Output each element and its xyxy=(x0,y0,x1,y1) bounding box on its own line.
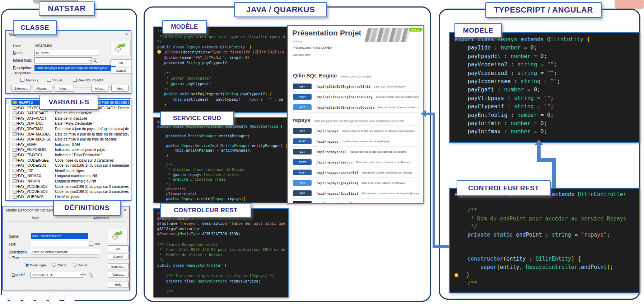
variable-row[interactable]: PAY_DDATMAJDate mise à jour du pays : il… xyxy=(6,126,130,132)
typedef-dropdown[interactable]: ZZDADATETD▾ xyxy=(31,272,83,278)
ref-to-radio[interactable]: Ref to xyxy=(52,263,66,267)
endpoint-description: Récupération de la liste des instances d… xyxy=(350,151,407,153)
help-button[interactable]: Help xyxy=(111,85,129,92)
endpoint-row[interactable]: PUT/api/repays/{payIide}Mise à jour d'un… xyxy=(291,178,419,188)
variable-row[interactable]: PAY_ENIFOBLIGIndicateur code nif pour le… xyxy=(6,147,130,152)
externs-button[interactable]: Externs... xyxy=(108,263,129,270)
variable-description: Libellé du pays xyxy=(55,195,129,199)
variable-row[interactable]: PAY_DDATMAJFISCDate de mise à jour du ty… xyxy=(6,137,130,142)
code-line: */ xyxy=(157,86,287,92)
variable-icon xyxy=(13,179,17,183)
code-line xyxy=(157,284,288,289)
cancel-button[interactable]: Cancel xyxy=(108,253,129,260)
variable-row[interactable]: PAY_DDATDCLDate " Pays Déclarable " xyxy=(6,121,130,126)
variable-row[interactable]: PAY_EPAYDCLIndicateur " Pays Déclarable … xyxy=(6,152,130,158)
variable-row[interactable]: PAY_DDATMAJDECDate de mise à jour de la … xyxy=(6,132,130,137)
tab-additional[interactable]: Additional xyxy=(93,216,109,220)
arrow-to-swagger-head xyxy=(421,110,426,117)
swagger-section-header[interactable]: repaysTable des pays ainsi que leur type… xyxy=(291,115,419,126)
endpoint-row[interactable]: POST/api/repaysCréation d'une instance d… xyxy=(291,136,419,147)
variable-description: Code Iso (iso3166-3) du pays sur 3 carac… xyxy=(55,190,129,194)
help-button[interactable]: Help xyxy=(108,281,129,288)
variable-row[interactable]: PAY_DATFINACTDate de fin d'activité xyxy=(6,116,130,121)
infos-button[interactable]: Infos... xyxy=(91,85,108,92)
swagger-contact-link[interactable]: Contact Test xyxy=(293,53,311,57)
basic-type-radio-label: Basic type xyxy=(30,263,46,267)
variable-name: PAY_EGAFI xyxy=(18,143,37,147)
variable-description: Indicateur " Pays Déclarable " xyxy=(55,153,129,157)
uses-button[interactable]: Uses... xyxy=(55,85,74,92)
code-line: */ xyxy=(157,39,287,44)
name-label: Name: xyxy=(13,51,23,55)
variable-row[interactable]: PAY_INIFMINLongueur minimale du Nif xyxy=(6,179,130,184)
gen-ns-class-checkbox[interactable]: Gen NS_CLASS xyxy=(73,78,103,82)
variable-row[interactable]: PAY_DATDEBACTDate de début d'activité xyxy=(6,110,130,116)
endpoint-row[interactable]: POST/api/repays/searchSqlRecherche 'sql … xyxy=(291,167,419,178)
openapi-link[interactable]: /openapi xyxy=(293,40,302,43)
variable-row[interactable]: PAY_INIFMAXLongueur maximale du Nif xyxy=(6,173,130,179)
code-line: } xyxy=(157,102,287,107)
code-line: private static endPoint : string = "repa… xyxy=(454,231,639,239)
variable-row[interactable]: PAY_VLIBPAYSLibellé du pays xyxy=(6,194,130,200)
endpoint-row[interactable]: GET/api/repays/allRécupération de la lis… xyxy=(291,147,419,157)
text-field[interactable] xyxy=(31,241,88,247)
endpoint-description: Création d'une instance de classe [Repay… xyxy=(342,140,391,143)
name-field[interactable]: REPAYS xyxy=(34,50,99,56)
endpoint-row[interactable]: POST/api/qilinSqlEngine/sqlQueryExecute … xyxy=(291,92,419,102)
endpoint-description: Récupération d'une instance spécifique d… xyxy=(362,192,419,195)
endpoint-row[interactable]: PUT/api/qilinSqlEngine/sqlUpdateExecute … xyxy=(291,102,419,113)
variable-row[interactable]: PAY_ICODEINSEECode Insee du pays sur 3 c… xyxy=(6,158,130,163)
search-icon[interactable] xyxy=(89,273,92,276)
placeholder-image-icon xyxy=(36,295,47,304)
endpoint-row[interactable]: GET/api/repays/{payIide}Récupération d'u… xyxy=(291,188,419,199)
endpoint-path: /api/qilinSqlEngine/sqlQuery xyxy=(316,95,373,99)
code-line: payIcodeinsee : string = ""; xyxy=(454,77,639,86)
memory-checkbox[interactable]: Memory xyxy=(20,78,38,82)
ts-model-code-panel: export class Repays extends QilinEntity … xyxy=(449,32,640,143)
aliases-button[interactable]: Aliases... xyxy=(108,271,129,278)
description-field[interactable]: Date de début d'activité xyxy=(31,249,100,255)
inherit-from-dropdown[interactable]: ▾ xyxy=(34,57,92,63)
aliases-button[interactable]: Aliases... xyxy=(33,85,52,92)
set-of-radio[interactable]: Set of xyxy=(73,263,87,267)
swagger-title: Présentation Projet xyxy=(292,29,361,37)
variable-name: PAY_ICODEINSEE xyxy=(18,158,49,162)
tab-divider xyxy=(6,222,126,222)
checkbox-icon xyxy=(47,78,51,82)
user-label: User: xyxy=(13,44,22,48)
null-checkbox[interactable]: Null xyxy=(89,242,100,246)
radio-icon xyxy=(52,263,56,267)
variable-row[interactable]: PAY_ICODEISO1Code Iso (iso3166-1) du pay… xyxy=(6,163,130,168)
code-line xyxy=(157,237,288,242)
variable-row[interactable]: PAY_VCODEISO3Code Iso (iso3166-3) du pay… xyxy=(6,189,130,194)
externs-button[interactable]: Externs... xyxy=(11,85,31,92)
variable-row[interactable]: PAY_VCODEISO2Code Iso (iso3166-2) du pay… xyxy=(6,184,130,189)
variable-icon xyxy=(13,143,17,146)
endpoint-path: /api/repays/searchSql xyxy=(316,171,359,175)
close-icon[interactable]: × xyxy=(124,208,126,213)
placeholder-play-icon xyxy=(10,295,21,304)
variable-description: Date de fin d'activité xyxy=(55,117,129,120)
tab-main[interactable]: Main xyxy=(32,216,39,220)
ok-button[interactable]: OK xyxy=(111,60,131,66)
basic-type-radio[interactable]: Basic type xyxy=(25,263,46,267)
close-icon[interactable]: × xyxy=(125,32,128,37)
endpoint-row[interactable]: GET/api/repaysRécupération de la liste d… xyxy=(291,126,419,136)
swagger-section-header[interactable]: Qilin SQL EngineGeneric Qilin SQL Engine xyxy=(291,70,419,81)
ok-button[interactable]: OK xyxy=(108,245,129,252)
name-field[interactable]: PAY_DATDEBACT xyxy=(31,233,88,239)
virtual-checkbox[interactable]: Virtual xyxy=(47,78,62,82)
java-controller-label-text: CONTROLEUR REST xyxy=(174,207,238,214)
description-field[interactable]: Table des pays ainsi que leur type de fi… xyxy=(34,65,116,71)
search-icon[interactable] xyxy=(93,58,96,62)
variable-row[interactable]: PAY_EGAFIIndicateur GAFI xyxy=(6,142,130,147)
endpoint-row[interactable]: DELETE/api/repays/{payIide}Suppression d… xyxy=(291,199,419,204)
ts-controller-code-panel: export class RepaysController extends Qi… xyxy=(449,188,640,293)
code-line: payCtypeaif : string = ""; xyxy=(454,103,639,111)
endpoint-row[interactable]: GET/api/qilinSqlEngine/sqlInitOpen SQL Q… xyxy=(291,81,419,92)
endpoint-path: /api/repays/{payIide} xyxy=(316,191,359,195)
cancel-button[interactable]: Cancel xyxy=(111,67,131,74)
variable-row[interactable]: PAY_IIDEIdentifiant de ligne xyxy=(6,168,130,174)
tree-collapse-icon[interactable]: − xyxy=(6,100,10,104)
endpoint-row[interactable]: POST/api/repays/searchRecherche multi cr… xyxy=(291,157,419,167)
